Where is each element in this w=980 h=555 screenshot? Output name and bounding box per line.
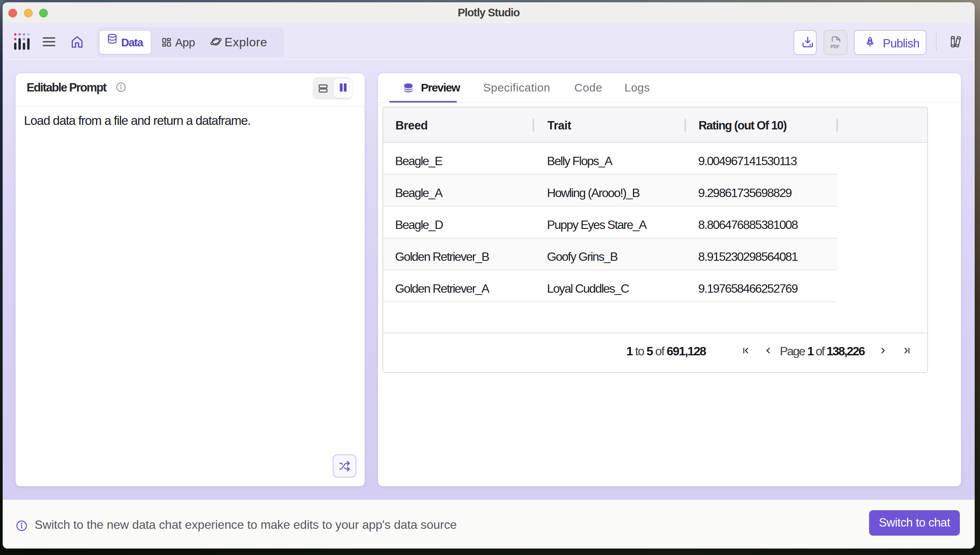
svg-text:PDF: PDF <box>831 44 840 49</box>
